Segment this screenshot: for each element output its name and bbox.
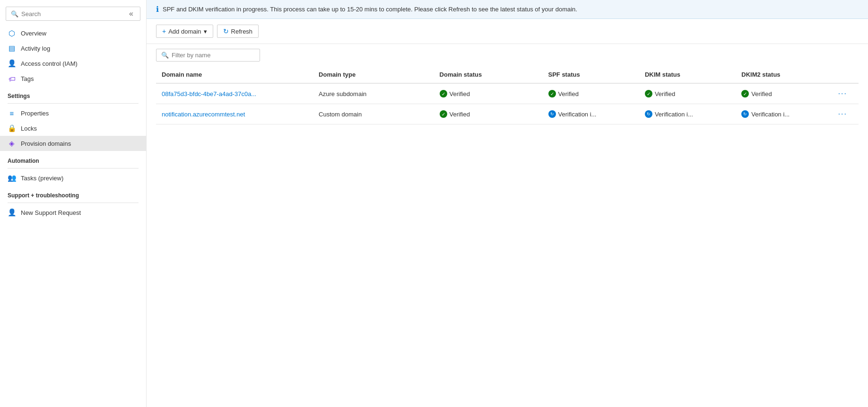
sidebar-item-locks[interactable]: 🔒 Locks xyxy=(0,121,146,136)
sidebar: 🔍 « ⬡ Overview ▤ Activity log 👤 Access c… xyxy=(0,0,147,407)
sidebar-item-provision-domains[interactable]: ◈ Provision domains xyxy=(0,136,146,151)
search-box[interactable]: 🔍 « xyxy=(6,7,140,21)
filter-box[interactable]: 🔍 xyxy=(156,49,260,62)
sidebar-item-label: Provision domains xyxy=(21,140,71,147)
col-header-dkim-status: DKIM status xyxy=(639,66,736,83)
tags-icon: 🏷 xyxy=(8,74,16,83)
verified-icon: ✓ xyxy=(548,90,556,97)
collapse-button[interactable]: « xyxy=(127,9,135,18)
table-header-row: Domain name Domain type Domain status SP… xyxy=(156,66,859,83)
add-domain-label: Add domain xyxy=(168,28,201,35)
info-banner: ℹ SPF and DKIM verification in progress.… xyxy=(147,0,868,19)
settings-divider xyxy=(8,103,139,104)
domain-status-cell: ✓Verified xyxy=(434,83,543,104)
col-header-more xyxy=(833,66,859,83)
info-icon: ℹ xyxy=(156,5,159,14)
spf-status-cell: ✓Verified xyxy=(543,83,639,104)
more-options-button[interactable]: ··· xyxy=(838,110,847,118)
sidebar-item-label: Activity log xyxy=(21,45,50,52)
col-header-dkim2-status: DKIM2 status xyxy=(736,66,832,83)
info-banner-text: SPF and DKIM verification in progress. T… xyxy=(163,6,577,13)
table-row: 08fa75d3-bfdc-4be7-a4ad-37c0a...Azure su… xyxy=(156,83,859,104)
search-icon: 🔍 xyxy=(11,10,18,18)
sidebar-item-label: Properties xyxy=(21,110,49,117)
domain-name-link[interactable]: notification.azurecommtest.net xyxy=(162,111,245,118)
verified-icon: ✓ xyxy=(440,110,447,118)
sidebar-item-iam[interactable]: 👤 Access control (IAM) xyxy=(0,56,146,71)
sidebar-item-label: Tags xyxy=(21,75,34,82)
toolbar: + Add domain ▾ ↻ Refresh xyxy=(147,19,868,44)
domain-status-cell: ✓Verified xyxy=(434,104,543,124)
col-header-spf-status: SPF status xyxy=(543,66,639,83)
locks-icon: 🔒 xyxy=(8,124,16,133)
refresh-icon: ↻ xyxy=(223,27,229,35)
more-options-cell: ··· xyxy=(833,83,859,104)
domains-table: Domain name Domain type Domain status SP… xyxy=(156,66,859,124)
more-options-cell: ··· xyxy=(833,104,859,124)
main-content: ℹ SPF and DKIM verification in progress.… xyxy=(147,0,868,407)
spf-status-cell: ↻Verification i... xyxy=(543,104,639,124)
progress-icon: ↻ xyxy=(548,110,556,118)
sidebar-item-activity-log[interactable]: ▤ Activity log xyxy=(0,41,146,56)
col-header-domain-status: Domain status xyxy=(434,66,543,83)
support-header: Support + troubleshooting xyxy=(0,186,146,201)
progress-icon: ↻ xyxy=(645,110,652,118)
sidebar-item-label: Locks xyxy=(21,125,37,132)
add-icon: + xyxy=(162,27,166,35)
dkim2-status-cell: ↻Verification i... xyxy=(736,104,832,124)
search-input[interactable] xyxy=(21,10,124,18)
domains-table-container: Domain name Domain type Domain status SP… xyxy=(147,66,868,407)
sidebar-item-label: Tasks (preview) xyxy=(21,175,63,182)
sidebar-item-tags[interactable]: 🏷 Tags xyxy=(0,71,146,86)
automation-divider xyxy=(8,168,139,168)
col-header-domain-name: Domain name xyxy=(156,66,313,83)
sidebar-item-label: Overview xyxy=(21,30,46,37)
support-divider xyxy=(8,203,139,203)
automation-header: Automation xyxy=(0,151,146,166)
filter-bar: 🔍 xyxy=(147,44,868,66)
overview-icon: ⬡ xyxy=(8,29,16,37)
domain-type-cell: Custom domain xyxy=(313,104,434,124)
add-domain-button[interactable]: + Add domain ▾ xyxy=(156,25,213,38)
sidebar-item-label: Access control (IAM) xyxy=(21,60,78,67)
provision-icon: ◈ xyxy=(8,139,16,148)
activity-log-icon: ▤ xyxy=(8,44,16,53)
sidebar-item-tasks[interactable]: 👥 Tasks (preview) xyxy=(0,170,146,186)
dkim-status-cell: ✓Verified xyxy=(639,83,736,104)
settings-header: Settings xyxy=(0,86,146,101)
col-header-domain-type: Domain type xyxy=(313,66,434,83)
properties-icon: ≡ xyxy=(8,109,16,117)
dkim-status-cell: ↻Verification i... xyxy=(639,104,736,124)
more-options-button[interactable]: ··· xyxy=(838,89,847,97)
filter-search-icon: 🔍 xyxy=(161,52,169,59)
filter-input[interactable] xyxy=(172,52,255,59)
domain-type-cell: Azure subdomain xyxy=(313,83,434,104)
progress-icon: ↻ xyxy=(741,110,749,118)
dkim2-status-cell: ✓Verified xyxy=(736,83,832,104)
refresh-label: Refresh xyxy=(231,28,253,35)
verified-icon: ✓ xyxy=(741,90,749,97)
verified-icon: ✓ xyxy=(440,90,447,97)
sidebar-item-overview[interactable]: ⬡ Overview xyxy=(0,26,146,41)
verified-icon: ✓ xyxy=(645,90,652,97)
sidebar-item-new-support[interactable]: 👤 New Support Request xyxy=(0,205,146,220)
sidebar-item-properties[interactable]: ≡ Properties xyxy=(0,106,146,121)
tasks-icon: 👥 xyxy=(8,174,16,182)
table-row: notification.azurecommtest.netCustom dom… xyxy=(156,104,859,124)
iam-icon: 👤 xyxy=(8,59,16,68)
support-icon: 👤 xyxy=(8,208,16,217)
domain-name-link[interactable]: 08fa75d3-bfdc-4be7-a4ad-37c0a... xyxy=(162,90,256,97)
sidebar-item-label: New Support Request xyxy=(21,209,81,216)
refresh-button[interactable]: ↻ Refresh xyxy=(217,25,259,38)
chevron-down-icon: ▾ xyxy=(204,28,207,35)
